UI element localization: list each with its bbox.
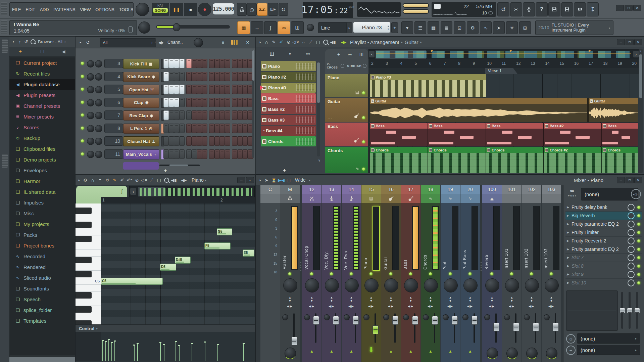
step-cell[interactable] — [186, 110, 192, 120]
track-header-chords[interactable]: Chords···∿ — [325, 147, 368, 173]
clip-bass-2[interactable]: ▤Bass #2 — [543, 123, 602, 146]
refresh-icon[interactable]: ↺ — [24, 38, 28, 45]
about-button[interactable] — [574, 2, 586, 16]
step-cell[interactable] — [174, 149, 179, 159]
nudge-down-icon[interactable]: ▼ — [421, 299, 440, 303]
slot-enable-led[interactable] — [637, 206, 640, 209]
step-cell[interactable] — [202, 85, 207, 94]
pattern-item-piano-2[interactable]: ▤Piano #2 — [261, 72, 316, 82]
pattern-selector[interactable]: Piano #3 ▴▾ — [353, 22, 390, 33]
insert-slot-9[interactable]: ▶Slot 9 — [565, 270, 642, 279]
channel-enable-led[interactable] — [81, 62, 84, 65]
channel-button-kick-fill[interactable]: Kick Fill▦ — [123, 59, 159, 69]
note-ds5[interactable]: D#5 — [175, 257, 191, 264]
collapse-icon[interactable]: ▸ — [258, 39, 263, 45]
velocity-stem[interactable] — [137, 344, 138, 361]
delete-tool-icon[interactable]: ⊘ — [133, 177, 141, 183]
step-cell[interactable] — [197, 124, 202, 133]
mute-tool-icon[interactable]: ◁✕ — [292, 39, 300, 45]
volume-fader[interactable] — [335, 313, 336, 343]
channel-enable-led[interactable] — [81, 127, 84, 130]
minimize-button[interactable]: ─ — [617, 39, 625, 45]
shuffle-slider-handle[interactable] — [173, 23, 180, 31]
clip-chords[interactable]: ▤Chords — [486, 147, 544, 173]
track-header-piano[interactable]: Piano···▤ — [325, 74, 368, 97]
nudge-down-icon[interactable]: ▼ — [522, 299, 541, 303]
magnet-icon[interactable]: ∩ — [89, 177, 96, 183]
fader-handle[interactable] — [472, 316, 478, 325]
add-channel-button[interactable]: + — [76, 168, 255, 174]
strip-pan-knob[interactable] — [463, 278, 478, 292]
step-cell[interactable] — [197, 59, 202, 68]
step-cell[interactable] — [219, 72, 225, 81]
step-cell[interactable] — [197, 72, 202, 81]
key-a4[interactable] — [76, 299, 101, 306]
step-cell[interactable] — [214, 59, 220, 68]
close-icon[interactable]: ✕ — [244, 39, 251, 46]
step-cell[interactable] — [209, 149, 214, 159]
step-cell[interactable] — [163, 72, 169, 81]
slot-mix-knob[interactable] — [628, 279, 635, 286]
strip-stereo-knob[interactable] — [304, 314, 310, 320]
strip-pan-knob[interactable] — [305, 278, 319, 292]
step-cell[interactable] — [202, 72, 207, 81]
strip-stereo-knob[interactable] — [363, 314, 369, 320]
step-cell[interactable] — [169, 98, 174, 107]
pattern-item-bass-4[interactable]: •Bass #4 — [261, 126, 316, 136]
dock-icon[interactable]: ▢ — [285, 177, 292, 183]
fader-handle[interactable] — [333, 316, 339, 325]
master-volume-slider[interactable] — [403, 3, 429, 8]
slot-mix-knob[interactable] — [628, 212, 635, 219]
touch-icon[interactable]: ➤ — [263, 177, 270, 183]
step-cell[interactable] — [209, 110, 214, 120]
strip-mute-led[interactable] — [310, 272, 313, 275]
touch-button[interactable]: ➤ — [493, 21, 505, 34]
channel-volume-knob[interactable] — [95, 151, 102, 158]
step-cell[interactable] — [242, 136, 248, 146]
piano-keyboard[interactable]: C5 — [76, 203, 101, 324]
step-cell[interactable] — [209, 72, 214, 81]
note-g5[interactable]: G5 — [217, 228, 232, 235]
note-d5[interactable]: D5 — [160, 264, 176, 271]
hint-next-icon[interactable]: ▸ — [609, 26, 610, 30]
stop-button[interactable]: ■ — [184, 3, 197, 16]
magnet-icon[interactable]: ∩ — [263, 39, 270, 45]
piano-roll-timeline[interactable]: 1 2 — [101, 197, 255, 204]
channel-pan-knob[interactable] — [87, 151, 94, 158]
channel-enable-led[interactable] — [81, 114, 84, 117]
fader-handle[interactable] — [493, 323, 499, 331]
menu-file[interactable]: FILE — [10, 7, 23, 12]
step-cell[interactable] — [242, 72, 248, 81]
pan-icons[interactable]: ◀▶ — [502, 305, 522, 308]
clip-bass[interactable]: ▤Bass — [486, 123, 544, 146]
up-icon[interactable]: ↑ — [18, 38, 22, 45]
verse-marker[interactable]: Verse 1 — [485, 68, 517, 74]
playlist-breadcrumb[interactable]: Guitar — [405, 39, 418, 45]
brush-tool-icon[interactable]: ✐ — [118, 177, 126, 183]
slot-mix-knob[interactable] — [628, 237, 635, 244]
channel-button-l-perc-1[interactable]: L Perc 1◎ — [123, 124, 159, 134]
strip-pan-knob[interactable] — [364, 278, 379, 292]
velocity-stem[interactable] — [243, 343, 244, 361]
piano-roll-title[interactable]: Piano — [192, 177, 204, 183]
step-cell[interactable] — [192, 98, 197, 107]
strip-pan-knob[interactable] — [444, 278, 458, 292]
key-g5[interactable] — [76, 228, 101, 235]
track-enable-led[interactable] — [362, 116, 365, 119]
step-cell[interactable] — [174, 136, 179, 146]
slot-enable-led[interactable] — [637, 239, 640, 242]
pattern-picker-scrollbar[interactable] — [317, 62, 320, 156]
nudge-up-icon[interactable]: ▲ — [381, 296, 401, 299]
strip-stereo-knob[interactable] — [504, 314, 510, 320]
black-key[interactable] — [76, 306, 92, 313]
key-fs5[interactable] — [76, 235, 101, 242]
clip-bass[interactable]: ▤Bass — [369, 123, 428, 146]
step-cell[interactable] — [242, 124, 248, 133]
pattern-item-piano-3[interactable]: ▤Piano #3 — [261, 83, 316, 93]
strip-pan-knob[interactable] — [345, 278, 359, 292]
step-advance-button[interactable]: → — [251, 21, 263, 34]
fader-handle[interactable] — [373, 325, 379, 334]
step-cell[interactable] — [209, 98, 214, 107]
close-button[interactable]: ✕ — [634, 39, 642, 45]
slot-arrow-icon[interactable]: ▶ — [567, 222, 569, 226]
